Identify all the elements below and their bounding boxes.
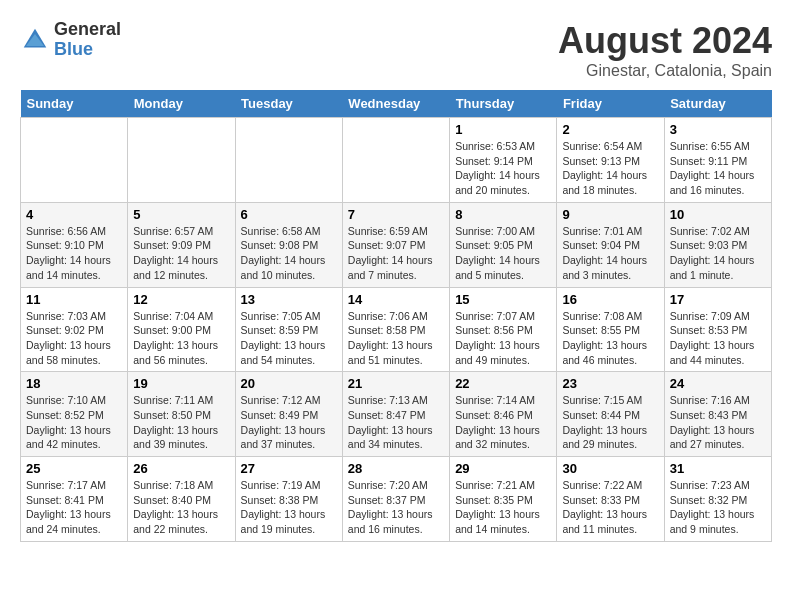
calendar-cell: 11Sunrise: 7:03 AM Sunset: 9:02 PM Dayli… xyxy=(21,287,128,372)
calendar-cell: 17Sunrise: 7:09 AM Sunset: 8:53 PM Dayli… xyxy=(664,287,771,372)
day-info: Sunrise: 7:12 AM Sunset: 8:49 PM Dayligh… xyxy=(241,394,326,450)
day-info: Sunrise: 7:23 AM Sunset: 8:32 PM Dayligh… xyxy=(670,479,755,535)
day-info: Sunrise: 7:10 AM Sunset: 8:52 PM Dayligh… xyxy=(26,394,111,450)
calendar-cell: 2Sunrise: 6:54 AM Sunset: 9:13 PM Daylig… xyxy=(557,118,664,203)
page-header: General Blue August 2024 Ginestar, Catal… xyxy=(20,20,772,80)
day-number: 12 xyxy=(133,292,229,307)
calendar-cell: 4Sunrise: 6:56 AM Sunset: 9:10 PM Daylig… xyxy=(21,202,128,287)
day-info: Sunrise: 7:00 AM Sunset: 9:05 PM Dayligh… xyxy=(455,225,540,281)
day-number: 30 xyxy=(562,461,658,476)
day-number: 10 xyxy=(670,207,766,222)
title-block: August 2024 Ginestar, Catalonia, Spain xyxy=(558,20,772,80)
calendar-cell: 24Sunrise: 7:16 AM Sunset: 8:43 PM Dayli… xyxy=(664,372,771,457)
day-number: 4 xyxy=(26,207,122,222)
calendar-cell: 9Sunrise: 7:01 AM Sunset: 9:04 PM Daylig… xyxy=(557,202,664,287)
day-info: Sunrise: 7:11 AM Sunset: 8:50 PM Dayligh… xyxy=(133,394,218,450)
logo-general-text: General xyxy=(54,20,121,40)
day-info: Sunrise: 6:59 AM Sunset: 9:07 PM Dayligh… xyxy=(348,225,433,281)
day-info: Sunrise: 7:01 AM Sunset: 9:04 PM Dayligh… xyxy=(562,225,647,281)
calendar-cell: 1Sunrise: 6:53 AM Sunset: 9:14 PM Daylig… xyxy=(450,118,557,203)
day-info: Sunrise: 7:17 AM Sunset: 8:41 PM Dayligh… xyxy=(26,479,111,535)
day-header-monday: Monday xyxy=(128,90,235,118)
calendar-cell: 18Sunrise: 7:10 AM Sunset: 8:52 PM Dayli… xyxy=(21,372,128,457)
logo-blue-text: Blue xyxy=(54,40,121,60)
day-number: 17 xyxy=(670,292,766,307)
calendar-cell: 22Sunrise: 7:14 AM Sunset: 8:46 PM Dayli… xyxy=(450,372,557,457)
day-header-friday: Friday xyxy=(557,90,664,118)
day-header-thursday: Thursday xyxy=(450,90,557,118)
day-number: 27 xyxy=(241,461,337,476)
calendar-cell: 29Sunrise: 7:21 AM Sunset: 8:35 PM Dayli… xyxy=(450,457,557,542)
calendar-cell: 12Sunrise: 7:04 AM Sunset: 9:00 PM Dayli… xyxy=(128,287,235,372)
calendar-cell: 8Sunrise: 7:00 AM Sunset: 9:05 PM Daylig… xyxy=(450,202,557,287)
day-number: 20 xyxy=(241,376,337,391)
day-number: 21 xyxy=(348,376,444,391)
day-info: Sunrise: 7:08 AM Sunset: 8:55 PM Dayligh… xyxy=(562,310,647,366)
day-info: Sunrise: 7:02 AM Sunset: 9:03 PM Dayligh… xyxy=(670,225,755,281)
day-number: 5 xyxy=(133,207,229,222)
day-number: 25 xyxy=(26,461,122,476)
week-row-5: 25Sunrise: 7:17 AM Sunset: 8:41 PM Dayli… xyxy=(21,457,772,542)
day-number: 13 xyxy=(241,292,337,307)
calendar-cell: 16Sunrise: 7:08 AM Sunset: 8:55 PM Dayli… xyxy=(557,287,664,372)
day-number: 11 xyxy=(26,292,122,307)
day-number: 19 xyxy=(133,376,229,391)
calendar-cell: 15Sunrise: 7:07 AM Sunset: 8:56 PM Dayli… xyxy=(450,287,557,372)
logo-text: General Blue xyxy=(54,20,121,60)
week-row-3: 11Sunrise: 7:03 AM Sunset: 9:02 PM Dayli… xyxy=(21,287,772,372)
day-info: Sunrise: 7:22 AM Sunset: 8:33 PM Dayligh… xyxy=(562,479,647,535)
day-number: 9 xyxy=(562,207,658,222)
calendar-cell xyxy=(235,118,342,203)
day-number: 23 xyxy=(562,376,658,391)
day-info: Sunrise: 7:18 AM Sunset: 8:40 PM Dayligh… xyxy=(133,479,218,535)
day-number: 29 xyxy=(455,461,551,476)
week-row-2: 4Sunrise: 6:56 AM Sunset: 9:10 PM Daylig… xyxy=(21,202,772,287)
week-row-1: 1Sunrise: 6:53 AM Sunset: 9:14 PM Daylig… xyxy=(21,118,772,203)
calendar-cell: 25Sunrise: 7:17 AM Sunset: 8:41 PM Dayli… xyxy=(21,457,128,542)
logo: General Blue xyxy=(20,20,121,60)
day-header-saturday: Saturday xyxy=(664,90,771,118)
calendar-cell: 7Sunrise: 6:59 AM Sunset: 9:07 PM Daylig… xyxy=(342,202,449,287)
calendar-cell: 27Sunrise: 7:19 AM Sunset: 8:38 PM Dayli… xyxy=(235,457,342,542)
day-info: Sunrise: 7:13 AM Sunset: 8:47 PM Dayligh… xyxy=(348,394,433,450)
day-number: 28 xyxy=(348,461,444,476)
day-info: Sunrise: 7:05 AM Sunset: 8:59 PM Dayligh… xyxy=(241,310,326,366)
day-number: 15 xyxy=(455,292,551,307)
day-info: Sunrise: 6:57 AM Sunset: 9:09 PM Dayligh… xyxy=(133,225,218,281)
day-number: 3 xyxy=(670,122,766,137)
calendar-cell: 26Sunrise: 7:18 AM Sunset: 8:40 PM Dayli… xyxy=(128,457,235,542)
day-number: 24 xyxy=(670,376,766,391)
calendar-cell: 23Sunrise: 7:15 AM Sunset: 8:44 PM Dayli… xyxy=(557,372,664,457)
day-number: 7 xyxy=(348,207,444,222)
day-number: 8 xyxy=(455,207,551,222)
day-info: Sunrise: 6:54 AM Sunset: 9:13 PM Dayligh… xyxy=(562,140,647,196)
calendar-cell: 19Sunrise: 7:11 AM Sunset: 8:50 PM Dayli… xyxy=(128,372,235,457)
calendar-cell: 21Sunrise: 7:13 AM Sunset: 8:47 PM Dayli… xyxy=(342,372,449,457)
day-number: 22 xyxy=(455,376,551,391)
day-header-sunday: Sunday xyxy=(21,90,128,118)
day-info: Sunrise: 6:53 AM Sunset: 9:14 PM Dayligh… xyxy=(455,140,540,196)
logo-icon xyxy=(20,25,50,55)
calendar-cell: 20Sunrise: 7:12 AM Sunset: 8:49 PM Dayli… xyxy=(235,372,342,457)
day-header-wednesday: Wednesday xyxy=(342,90,449,118)
day-number: 26 xyxy=(133,461,229,476)
calendar-cell: 14Sunrise: 7:06 AM Sunset: 8:58 PM Dayli… xyxy=(342,287,449,372)
week-row-4: 18Sunrise: 7:10 AM Sunset: 8:52 PM Dayli… xyxy=(21,372,772,457)
subtitle: Ginestar, Catalonia, Spain xyxy=(558,62,772,80)
calendar-cell: 31Sunrise: 7:23 AM Sunset: 8:32 PM Dayli… xyxy=(664,457,771,542)
calendar-cell: 13Sunrise: 7:05 AM Sunset: 8:59 PM Dayli… xyxy=(235,287,342,372)
day-info: Sunrise: 7:07 AM Sunset: 8:56 PM Dayligh… xyxy=(455,310,540,366)
calendar-cell xyxy=(128,118,235,203)
day-info: Sunrise: 7:03 AM Sunset: 9:02 PM Dayligh… xyxy=(26,310,111,366)
day-number: 14 xyxy=(348,292,444,307)
day-info: Sunrise: 7:09 AM Sunset: 8:53 PM Dayligh… xyxy=(670,310,755,366)
calendar-cell xyxy=(342,118,449,203)
calendar-cell: 10Sunrise: 7:02 AM Sunset: 9:03 PM Dayli… xyxy=(664,202,771,287)
main-title: August 2024 xyxy=(558,20,772,62)
day-number: 16 xyxy=(562,292,658,307)
day-info: Sunrise: 6:58 AM Sunset: 9:08 PM Dayligh… xyxy=(241,225,326,281)
calendar-cell xyxy=(21,118,128,203)
calendar-cell: 6Sunrise: 6:58 AM Sunset: 9:08 PM Daylig… xyxy=(235,202,342,287)
calendar-table: SundayMondayTuesdayWednesdayThursdayFrid… xyxy=(20,90,772,542)
day-info: Sunrise: 6:56 AM Sunset: 9:10 PM Dayligh… xyxy=(26,225,111,281)
